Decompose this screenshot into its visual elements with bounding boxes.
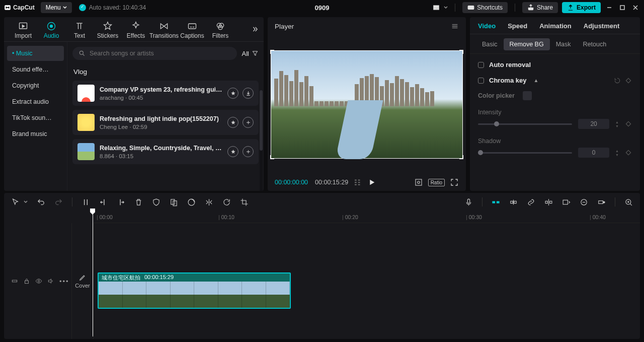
magnet-main-icon[interactable] bbox=[492, 198, 500, 207]
export-button[interactable]: Export bbox=[562, 2, 601, 13]
inspector-tab-video[interactable]: Video bbox=[478, 22, 496, 30]
sidebar-item-music[interactable]: • Music bbox=[7, 46, 64, 61]
shadow-slider[interactable] bbox=[478, 152, 572, 154]
safe-area-icon[interactable] bbox=[414, 178, 423, 187]
add-button[interactable]: ＋ bbox=[243, 117, 254, 128]
tab-import[interactable]: Import bbox=[9, 18, 37, 41]
tabs-overflow-button[interactable] bbox=[250, 24, 261, 35]
redo-icon[interactable] bbox=[54, 198, 63, 207]
star-icon bbox=[230, 149, 236, 155]
chroma-key-toggle[interactable]: Chroma key ▲ bbox=[478, 77, 632, 84]
video-clip[interactable]: 城市住宅区航拍 00:00:15:29 bbox=[98, 272, 291, 309]
crop-icon[interactable] bbox=[240, 198, 249, 207]
sidebar-item-brand-music[interactable]: Brand music bbox=[7, 126, 64, 142]
mirror-icon[interactable] bbox=[205, 198, 213, 207]
auto-removal-toggle[interactable]: Auto removal bbox=[478, 61, 632, 69]
scrollbar[interactable] bbox=[260, 90, 263, 191]
timeline-ruler[interactable]: 00:00 00:10 00:20 00:30 00:40 bbox=[94, 211, 640, 223]
maximize-button[interactable] bbox=[618, 3, 627, 12]
add-button[interactable]: ＋ bbox=[243, 146, 254, 157]
inspector-tab-animation[interactable]: Animation bbox=[539, 22, 572, 30]
tab-stickers[interactable]: Stickers bbox=[94, 18, 122, 41]
layout-icon[interactable] bbox=[433, 4, 440, 11]
menu-button[interactable]: Menu bbox=[41, 2, 72, 13]
player-canvas[interactable] bbox=[271, 50, 463, 159]
download-button[interactable] bbox=[243, 88, 254, 99]
tab-filters[interactable]: Filters bbox=[206, 18, 234, 41]
preview-mode-icon[interactable] bbox=[562, 198, 571, 207]
rotate-icon[interactable] bbox=[222, 198, 231, 207]
keyframe-icon[interactable] bbox=[625, 149, 632, 156]
shadow-value[interactable]: 0 bbox=[578, 148, 609, 158]
intensity-value[interactable]: 20 bbox=[578, 119, 609, 129]
play-icon[interactable] bbox=[367, 178, 376, 187]
reset-icon[interactable] bbox=[614, 77, 621, 84]
layout-stack-icon[interactable] bbox=[353, 178, 362, 187]
pointer-icon[interactable] bbox=[11, 198, 20, 207]
undo-icon[interactable] bbox=[37, 198, 45, 207]
shield-icon[interactable] bbox=[152, 198, 160, 207]
mute-icon[interactable] bbox=[47, 278, 54, 285]
tab-effects[interactable]: Effects bbox=[122, 18, 150, 41]
sidebar-item-copyright[interactable]: Copyright bbox=[7, 78, 64, 93]
mic-icon[interactable] bbox=[464, 198, 473, 207]
sidebar-item-tiktok-sounds[interactable]: TikTok soun… bbox=[7, 110, 64, 125]
lock-icon[interactable] bbox=[23, 278, 30, 285]
keyframe-icon[interactable] bbox=[625, 77, 632, 84]
playhead[interactable] bbox=[93, 209, 93, 336]
fullscreen-icon[interactable] bbox=[450, 178, 459, 187]
ratio-button[interactable]: Ratio bbox=[428, 179, 445, 186]
keyframe-icon[interactable] bbox=[625, 120, 632, 127]
zoom-out-icon[interactable] bbox=[580, 198, 588, 207]
favorite-button[interactable] bbox=[227, 146, 238, 157]
collapse-icon[interactable] bbox=[11, 278, 18, 285]
intensity-slider[interactable] bbox=[478, 123, 572, 125]
tab-audio[interactable]: Audio bbox=[37, 18, 65, 41]
split-left-icon[interactable] bbox=[99, 198, 108, 207]
favorite-button[interactable] bbox=[227, 117, 238, 128]
timeline-tracks[interactable]: 城市住宅区航拍 00:00:15:29 bbox=[94, 223, 640, 339]
subtab-retouch[interactable]: Retouch bbox=[577, 38, 613, 50]
link-icon[interactable] bbox=[527, 198, 535, 207]
stepper-icon[interactable]: ▲▼ bbox=[615, 120, 619, 128]
subtab-remove-bg[interactable]: Remove BG bbox=[504, 38, 550, 50]
track-card[interactable]: Refreshing and light indie pop(1552207) … bbox=[72, 110, 259, 135]
zoom-in-icon[interactable] bbox=[624, 198, 633, 207]
more-icon[interactable]: ••• bbox=[59, 278, 69, 285]
duplicate-icon[interactable] bbox=[170, 198, 178, 207]
filter-all-button[interactable]: All bbox=[242, 50, 259, 57]
tab-captions[interactable]: Captions bbox=[178, 18, 206, 41]
tab-transitions[interactable]: Transitions bbox=[150, 18, 178, 41]
magnet-icon[interactable] bbox=[509, 198, 518, 207]
split-icon[interactable] bbox=[82, 198, 90, 207]
subtab-basic[interactable]: Basic bbox=[476, 38, 504, 50]
favorite-button[interactable] bbox=[227, 88, 238, 99]
chevron-down-icon[interactable] bbox=[444, 6, 448, 10]
delete-icon[interactable] bbox=[134, 198, 143, 207]
sidebar-item-sound-effects[interactable]: Sound effe… bbox=[7, 62, 64, 77]
search-input[interactable] bbox=[72, 47, 237, 60]
minimize-button[interactable] bbox=[605, 3, 614, 12]
share-button[interactable]: Share bbox=[522, 2, 558, 13]
speed-icon[interactable] bbox=[187, 198, 196, 207]
snap-icon[interactable] bbox=[544, 198, 553, 207]
cover-button[interactable]: Cover bbox=[71, 223, 94, 339]
inspector-tab-speed[interactable]: Speed bbox=[508, 22, 527, 30]
color-swatch[interactable] bbox=[523, 91, 532, 100]
track-marker-icon[interactable] bbox=[597, 198, 606, 207]
tab-text[interactable]: Text bbox=[65, 18, 94, 41]
media-tabs: Import Audio Text Stickers Effects Trans… bbox=[4, 17, 264, 41]
sidebar-item-extract-audio[interactable]: Extract audio bbox=[7, 94, 64, 109]
shortcuts-button[interactable]: Shortcuts bbox=[462, 2, 508, 13]
project-title[interactable]: 0909 bbox=[315, 4, 330, 12]
eye-icon[interactable] bbox=[35, 278, 42, 285]
track-card[interactable]: Company VP system 23, refreshing guita… … bbox=[72, 81, 259, 106]
split-right-icon[interactable] bbox=[117, 198, 125, 207]
track-card[interactable]: Relaxing, Simple, Countryside, Travel, N… bbox=[72, 139, 259, 164]
close-button[interactable] bbox=[631, 3, 640, 12]
chevron-down-icon[interactable] bbox=[24, 200, 28, 204]
subtab-mask[interactable]: Mask bbox=[550, 38, 577, 50]
inspector-tab-adjustment[interactable]: Adjustment bbox=[584, 22, 620, 30]
stepper-icon[interactable]: ▲▼ bbox=[615, 149, 619, 157]
menu-icon[interactable] bbox=[451, 22, 459, 30]
